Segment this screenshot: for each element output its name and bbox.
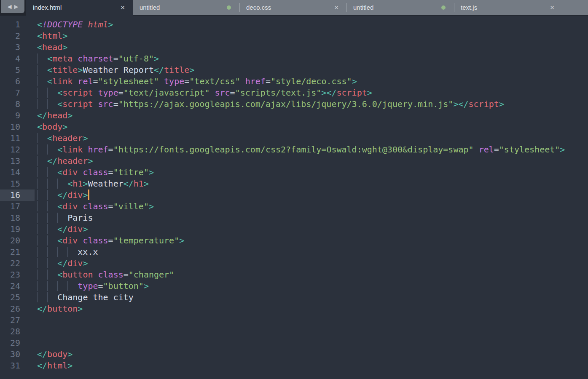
line-number: 21 xyxy=(0,246,35,258)
tab-close-icon[interactable]: ✕ xyxy=(550,5,555,11)
line-number: 16 xyxy=(0,190,35,201)
code-text: <link href="https://fonts.googleapis.com… xyxy=(37,144,565,155)
code-line[interactable]: 17 <div class="ville"> xyxy=(0,201,588,212)
indent-guides xyxy=(37,144,57,155)
tab-deco-css[interactable]: deco.css✕ xyxy=(239,0,346,16)
line-number: 29 xyxy=(0,337,35,349)
code-line[interactable]: 22 </div> xyxy=(0,258,588,269)
line-number: 2 xyxy=(0,30,35,42)
code-text: xx.x xyxy=(37,246,98,258)
indent-guides xyxy=(37,133,47,143)
code-line[interactable]: 27 xyxy=(0,315,588,326)
tab-untitled[interactable]: untitled xyxy=(133,0,239,16)
tab-bar-filler xyxy=(562,0,588,16)
unsaved-changes-dot-icon xyxy=(441,5,446,10)
code-line[interactable]: 6 <link rel="stylesheet" type="text/css"… xyxy=(0,76,588,87)
code-line[interactable]: 4 <meta charset="utf-8"> xyxy=(0,53,588,64)
code-line[interactable]: 29 xyxy=(0,337,588,349)
tab-index-html[interactable]: index.html✕ xyxy=(26,0,133,16)
code-text: <header> xyxy=(37,133,88,144)
code-text: type="button"> xyxy=(37,280,149,292)
indent-guides xyxy=(37,76,47,86)
line-number: 25 xyxy=(0,292,35,303)
code-line[interactable]: 30</body> xyxy=(0,349,588,360)
nav-area: ◀ ▶ xyxy=(0,0,26,16)
code-text: <div class="titre"> xyxy=(37,167,154,178)
code-line[interactable]: 19 </div> xyxy=(0,224,588,235)
indent-guides xyxy=(37,167,57,177)
line-number: 8 xyxy=(0,99,35,110)
indent-guides xyxy=(37,235,57,246)
code-line[interactable]: 20 <div class="temperature"> xyxy=(0,235,588,246)
code-text: </div> xyxy=(37,190,89,201)
indent-guides xyxy=(37,224,57,234)
code-line[interactable]: 28 xyxy=(0,326,588,337)
indent-guides xyxy=(37,201,57,211)
indent-guides xyxy=(37,156,47,166)
code-line[interactable]: 11 <header> xyxy=(0,133,588,144)
line-number: 19 xyxy=(0,224,35,235)
tab-text-js[interactable]: text.js✕ xyxy=(454,0,562,16)
tab-label: index.html xyxy=(26,4,117,11)
line-number: 22 xyxy=(0,258,35,269)
tab-close-icon[interactable]: ✕ xyxy=(120,5,125,11)
line-number: 11 xyxy=(0,133,35,144)
indent-guides xyxy=(37,53,47,64)
tab-label: text.js xyxy=(454,4,546,11)
code-line[interactable]: 15 <h1>Weather</h1> xyxy=(0,178,588,190)
code-line[interactable]: 14 <div class="titre"> xyxy=(0,167,588,178)
line-number: 31 xyxy=(0,360,35,371)
indent-guides xyxy=(37,247,78,257)
line-number: 26 xyxy=(0,303,35,315)
code-text: <html> xyxy=(37,30,67,42)
code-line[interactable]: 5 <title>Weather Report</title> xyxy=(0,64,588,76)
code-line[interactable]: 7 <script type="text/javascript" src="sc… xyxy=(0,87,588,99)
tab-bar: ◀ ▶ index.html✕untitleddeco.css✕untitled… xyxy=(0,0,588,16)
code-line[interactable]: 26</button> xyxy=(0,303,588,315)
line-number: 9 xyxy=(0,110,35,121)
nav-buttons-box: ◀ ▶ xyxy=(1,0,24,13)
tab-label: untitled xyxy=(346,4,438,11)
indent-guides xyxy=(37,281,78,291)
code-line[interactable]: 16 </div> xyxy=(0,190,588,201)
indent-guides xyxy=(37,258,57,268)
indent-guides xyxy=(37,213,67,223)
code-line[interactable]: 25 Change the city xyxy=(0,292,588,303)
code-text: <script type="text/javascript" src="scri… xyxy=(37,87,372,99)
code-text: <meta charset="utf-8"> xyxy=(37,53,159,64)
tab-untitled[interactable]: untitled xyxy=(346,0,454,16)
code-line[interactable]: 3<head> xyxy=(0,42,588,53)
line-number: 1 xyxy=(0,19,35,30)
code-line[interactable]: 18 Paris xyxy=(0,212,588,224)
code-line[interactable]: 24 type="button"> xyxy=(0,280,588,292)
code-text: <!DOCTYPE html> xyxy=(37,19,113,30)
code-line[interactable]: 1<!DOCTYPE html> xyxy=(0,19,588,30)
code-editor[interactable]: 1<!DOCTYPE html>2<html>3<head>4 <meta ch… xyxy=(0,16,588,371)
code-line[interactable]: 2<html> xyxy=(0,30,588,42)
code-line[interactable]: 23 <button class="changer" xyxy=(0,269,588,280)
nav-forward-button[interactable]: ▶ xyxy=(14,4,19,9)
code-line[interactable]: 9</head> xyxy=(0,110,588,121)
code-line[interactable]: 31</html> xyxy=(0,360,588,371)
line-number: 28 xyxy=(0,326,35,337)
code-text: <button class="changer" xyxy=(37,269,174,280)
code-line[interactable]: 13 </header> xyxy=(0,155,588,167)
code-text: </div> xyxy=(37,258,88,269)
code-line[interactable]: 8 <script src="https://ajax.googleapis.c… xyxy=(0,99,588,110)
code-line[interactable]: 21 xx.x xyxy=(0,246,588,258)
line-number: 18 xyxy=(0,212,35,224)
indent-guides xyxy=(37,65,47,75)
line-number: 30 xyxy=(0,349,35,360)
line-number: 12 xyxy=(0,144,35,155)
code-text: Paris xyxy=(37,212,93,224)
tab-close-icon[interactable]: ✕ xyxy=(334,5,339,11)
code-line[interactable]: 10<body> xyxy=(0,121,588,133)
line-number: 6 xyxy=(0,76,35,87)
line-number: 27 xyxy=(0,315,35,326)
line-number: 20 xyxy=(0,235,35,246)
nav-back-button[interactable]: ◀ xyxy=(8,4,12,9)
back-arrow-icon: ◀ xyxy=(8,3,12,10)
code-text: <div class="temperature"> xyxy=(37,235,184,246)
code-text: </head> xyxy=(37,110,72,121)
code-line[interactable]: 12 <link href="https://fonts.googleapis.… xyxy=(0,144,588,155)
